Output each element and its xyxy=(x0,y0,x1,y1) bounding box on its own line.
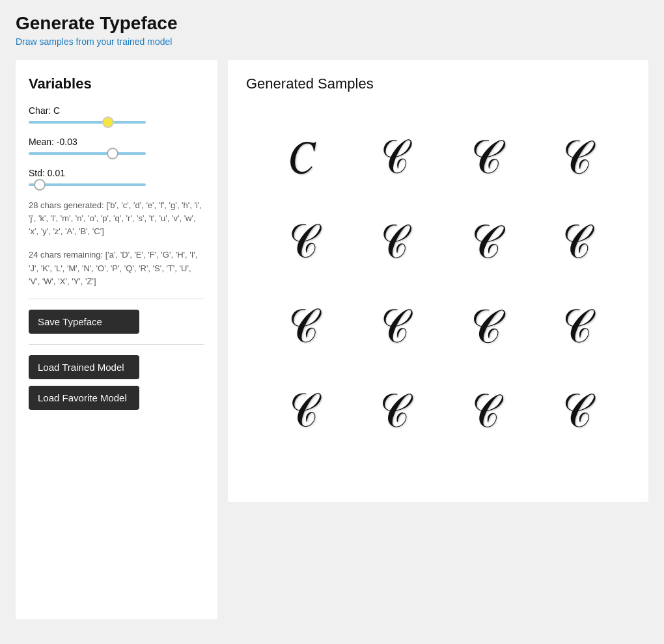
letter-c-4-4: 𝒞 xyxy=(560,388,590,435)
char-slider-container: Char: C xyxy=(29,105,204,124)
letter-c-1-1: 𝐶 xyxy=(288,134,315,181)
mean-label: Mean: -0.03 xyxy=(29,137,204,147)
load-trained-model-button[interactable]: Load Trained Model xyxy=(29,355,139,379)
letter-c-2-2: 𝒞 xyxy=(378,219,406,265)
sample-cell-1-4: 𝒞 xyxy=(533,118,617,196)
std-slider-container: Std: 0.01 xyxy=(29,168,204,186)
char-slider[interactable] xyxy=(29,121,146,124)
sample-cell-1-3: 𝒞 xyxy=(441,118,526,196)
letter-c-2-4: 𝒞 xyxy=(560,219,589,265)
letter-c-4-3: 𝒞 xyxy=(469,387,499,435)
sample-cell-4-3: 𝒞 xyxy=(441,372,526,450)
variables-heading: Variables xyxy=(29,75,204,92)
letter-c-1-4: 𝒞 xyxy=(560,134,590,181)
letter-c-3-4: 𝒞 xyxy=(560,303,590,350)
sample-cell-4-4: 𝒞 xyxy=(533,372,617,450)
page-subtitle: Draw samples from your trained model xyxy=(16,36,648,47)
letter-c-2-1: 𝒞 xyxy=(286,219,317,266)
right-panel: Generated Samples 𝐶 𝒞 𝒞 𝒞 𝒞 𝒞 𝒞 𝒞 𝒞 𝒞 𝒞 … xyxy=(228,60,648,502)
divider-2 xyxy=(29,344,204,345)
sample-cell-2-1: 𝒞 xyxy=(259,203,344,281)
mean-slider[interactable] xyxy=(29,152,146,155)
std-slider[interactable] xyxy=(29,183,146,186)
samples-grid: 𝐶 𝒞 𝒞 𝒞 𝒞 𝒞 𝒞 𝒞 𝒞 𝒞 𝒞 𝒞 𝒞 𝒞 𝒞 𝒞 xyxy=(246,112,630,457)
chars-generated-text: 28 chars generated: ['b', 'c', 'd', 'e',… xyxy=(29,199,204,238)
sample-cell-3-1: 𝒞 xyxy=(259,288,344,366)
sample-cell-4-2: 𝒞 xyxy=(350,372,435,450)
chars-remaining-text: 24 chars remaining: ['a', 'D', 'E', 'F',… xyxy=(29,248,204,288)
main-layout: Variables Char: C Mean: -0.03 Std: 0.01 … xyxy=(16,60,648,619)
sample-cell-3-2: 𝒞 xyxy=(350,288,435,366)
page-title: Generate Typeface xyxy=(16,13,648,34)
letter-c-4-2: 𝒞 xyxy=(377,388,408,435)
sample-cell-3-4: 𝒞 xyxy=(533,288,617,366)
sample-cell-2-4: 𝒞 xyxy=(533,203,617,281)
letter-c-3-2: 𝒞 xyxy=(378,303,408,350)
letter-c-1-2: 𝒞 xyxy=(378,133,408,181)
sample-cell-2-3: 𝒞 xyxy=(441,203,526,281)
sample-cell-3-3: 𝒞 xyxy=(441,288,526,366)
sample-cell-1-2: 𝒞 xyxy=(350,118,435,196)
letter-c-3-1: 𝒞 xyxy=(285,302,317,351)
std-label: Std: 0.01 xyxy=(29,168,204,178)
letter-c-2-3: 𝒞 xyxy=(467,218,500,266)
divider-1 xyxy=(29,299,204,299)
mean-slider-container: Mean: -0.03 xyxy=(29,137,204,155)
save-typeface-button[interactable]: Save Typeface xyxy=(29,310,139,334)
letter-c-1-3: 𝒞 xyxy=(468,134,500,181)
sample-cell-1-1: 𝐶 xyxy=(259,118,344,196)
load-favorite-model-button[interactable]: Load Favorite Model xyxy=(29,386,139,410)
samples-title: Generated Samples xyxy=(246,75,630,92)
letter-c-3-3: 𝒞 xyxy=(467,303,500,351)
sample-cell-4-1: 𝒞 xyxy=(259,372,344,450)
left-panel: Variables Char: C Mean: -0.03 Std: 0.01 … xyxy=(16,60,217,619)
letter-c-4-1: 𝒞 xyxy=(286,388,316,435)
sample-cell-2-2: 𝒞 xyxy=(350,203,435,281)
char-label: Char: C xyxy=(29,105,204,116)
